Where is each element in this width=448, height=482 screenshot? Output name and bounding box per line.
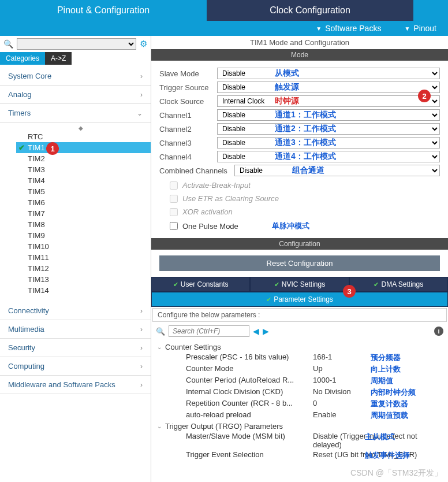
chevron-right-icon: › — [140, 72, 143, 80]
label-use-etr: Use ETR as Clearing Source — [182, 194, 279, 203]
cfgtab-nvic[interactable]: ✔NVIC Settings — [250, 277, 349, 292]
annot-arp: 周期值预载 — [371, 410, 408, 421]
cat-security[interactable]: Security› — [0, 339, 151, 357]
search-prev-icon[interactable]: ◀ — [253, 327, 259, 336]
tab-categories[interactable]: Categories — [0, 52, 45, 65]
annotation-badge-1: 1 — [46, 142, 59, 155]
cfgtab-parameter[interactable]: ✔Parameter Settings — [151, 292, 448, 307]
param-ckd-label[interactable]: Internal Clock Division (CKD) — [186, 387, 313, 398]
select-slave-mode[interactable]: Disable — [217, 68, 440, 79]
param-counter-mode-val[interactable]: Up — [313, 364, 371, 375]
annot-msm: 主从模式 — [365, 432, 395, 442]
param-prescaler-val[interactable]: 168-1 — [313, 353, 371, 363]
param-arp-val[interactable]: Enable — [313, 410, 371, 421]
group-trgo[interactable]: ⌄Trigger Output (TRGO) Parameters — [157, 422, 442, 431]
cat-multimedia[interactable]: Multimedia› — [0, 320, 151, 339]
chevron-down-icon: ▼ — [316, 25, 322, 32]
label-channel3: Channel3 — [159, 139, 217, 147]
annot-one-pulse: 单脉冲模式 — [272, 221, 309, 231]
param-counter-period-label[interactable]: Counter Period (AutoReload R... — [186, 376, 313, 386]
cat-middleware[interactable]: Middleware and Software Packs› — [0, 376, 151, 394]
cat-timers[interactable]: Timers⌄ — [0, 104, 151, 123]
chevron-right-icon: › — [140, 91, 143, 99]
select-channel2[interactable]: Disable — [217, 123, 440, 135]
select-channel3[interactable]: Disable — [217, 137, 440, 149]
timer-list: ◆ RTC ✔TIM1 1 TIM2 TIM3 TIM4 TIM5 TIM6 T… — [0, 123, 151, 302]
timer-tim6[interactable]: TIM6 — [22, 197, 151, 208]
timer-tim7[interactable]: TIM7 — [22, 208, 151, 219]
timer-tim11[interactable]: TIM11 — [22, 252, 151, 263]
tab-pinout-config[interactable]: Pinout & Configuration — [0, 0, 207, 21]
param-counter-period-val[interactable]: 1000-1 — [313, 376, 371, 386]
chevron-down-icon: ⌄ — [137, 109, 143, 117]
annot-counter-mode: 向上计数 — [371, 364, 401, 375]
timer-tim5[interactable]: TIM5 — [22, 186, 151, 197]
param-counter-mode-label[interactable]: Counter Mode — [186, 364, 313, 375]
menu-software-packs[interactable]: ▼Software Packs — [304, 24, 393, 33]
select-channel4[interactable]: Disable — [217, 151, 440, 162]
select-combined[interactable]: Disable — [234, 165, 440, 176]
cfgtab-dma[interactable]: ✔DMA Settings — [349, 277, 448, 292]
param-ckd-val[interactable]: No Division — [313, 387, 371, 398]
label-channel2: Channel2 — [159, 125, 217, 134]
check-one-pulse[interactable] — [170, 222, 178, 230]
chevron-right-icon: › — [140, 344, 143, 352]
timer-tim1[interactable]: ✔TIM1 — [16, 142, 151, 153]
cat-connectivity[interactable]: Connectivity› — [0, 302, 151, 320]
group-counter-settings[interactable]: ⌄Counter Settings — [157, 343, 442, 351]
section-config-header: Configuration — [151, 238, 448, 250]
param-msm-label[interactable]: Master/Slave Mode (MSM bit) — [186, 432, 313, 449]
check-icon: ✔ — [173, 281, 178, 288]
param-rcr-val[interactable]: 0 — [313, 399, 371, 409]
tab-az[interactable]: A->Z — [45, 52, 72, 65]
timer-tim4[interactable]: TIM4 — [22, 175, 151, 186]
param-search-input[interactable] — [169, 325, 249, 337]
info-icon[interactable]: i — [434, 327, 443, 336]
chevron-down-icon: ⌄ — [157, 344, 162, 350]
param-arp-label[interactable]: auto-reload preload — [186, 410, 313, 421]
search-icon: 🔍 — [156, 327, 165, 336]
tab-clock-config[interactable]: Clock Configuration — [207, 0, 413, 21]
reset-config-button[interactable]: Reset Configuration — [159, 255, 440, 271]
tab-extra[interactable] — [413, 0, 448, 21]
section-mode-header: Mode — [151, 49, 448, 61]
select-trigger-source[interactable]: Disable — [217, 81, 440, 93]
timer-tim14[interactable]: TIM14 — [22, 285, 151, 296]
cat-computing[interactable]: Computing› — [0, 357, 151, 376]
timer-tim8[interactable]: TIM8 — [22, 219, 151, 230]
label-one-pulse: One Pulse Mode — [182, 222, 238, 231]
timer-tim10[interactable]: TIM10 — [22, 241, 151, 252]
select-clock-source[interactable]: Internal Clock — [217, 95, 440, 107]
param-rcr-label[interactable]: Repetition Counter (RCR - 8 b... — [186, 399, 313, 409]
param-tes-label[interactable]: Trigger Event Selection — [186, 450, 313, 459]
search-next-icon[interactable]: ▶ — [263, 327, 269, 336]
gear-icon[interactable]: ⚙ — [140, 39, 147, 49]
param-prescaler-label[interactable]: Prescaler (PSC - 16 bits value) — [186, 353, 313, 363]
timer-rtc[interactable]: RTC — [22, 131, 151, 142]
select-channel1[interactable]: Disable — [217, 109, 440, 121]
check-icon: ✔ — [274, 281, 279, 288]
annotation-badge-3: 3 — [343, 285, 356, 298]
cat-analog[interactable]: Analog› — [0, 86, 151, 104]
timer-tim13[interactable]: TIM13 — [22, 274, 151, 285]
cat-system-core[interactable]: System Core› — [0, 67, 151, 86]
annot-counter-period: 周期值 — [371, 376, 393, 386]
cfgtab-user-constants[interactable]: ✔User Constants — [151, 277, 250, 292]
menu-pinout[interactable]: ▼Pinout — [393, 24, 448, 33]
timer-tim3[interactable]: TIM3 — [22, 164, 151, 175]
timer-tim9[interactable]: TIM9 — [22, 230, 151, 241]
annot-ckd: 内部时钟分频 — [371, 387, 416, 398]
search-select[interactable] — [17, 38, 136, 50]
search-icon: 🔍 — [3, 39, 13, 49]
timer-tim2[interactable]: TIM2 — [22, 153, 151, 164]
label-channel4: Channel4 — [159, 153, 217, 161]
chevron-right-icon: › — [140, 325, 143, 333]
annot-prescaler: 预分频器 — [371, 353, 401, 363]
chevron-right-icon: › — [140, 381, 143, 389]
check-icon: ✔ — [18, 143, 25, 152]
drag-handle-icon[interactable]: ◆ — [10, 125, 151, 131]
chevron-right-icon: › — [140, 362, 143, 370]
label-combined: Combined Channels — [159, 166, 234, 175]
cfg-description: Configure the below parameters : — [152, 308, 447, 322]
timer-tim12[interactable]: TIM12 — [22, 263, 151, 274]
